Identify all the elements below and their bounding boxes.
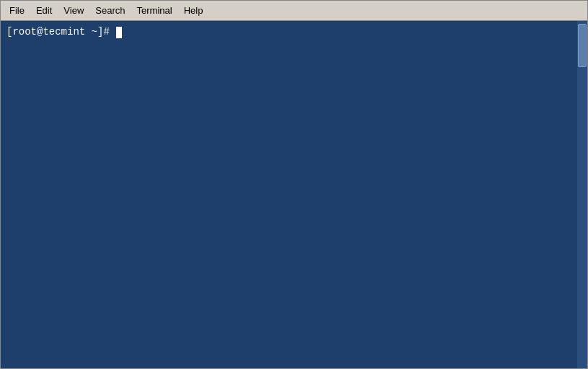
menu-help[interactable]: Help <box>178 3 209 18</box>
menu-search[interactable]: Search <box>89 3 131 18</box>
terminal-window: File Edit View Search Terminal Help [roo… <box>0 0 588 369</box>
menu-edit[interactable]: Edit <box>30 3 58 18</box>
terminal-body[interactable]: [root@tecmint ~]# <box>1 21 587 368</box>
scrollbar-thumb[interactable] <box>578 24 587 67</box>
menubar: File Edit View Search Terminal Help <box>1 1 587 21</box>
menu-view[interactable]: View <box>58 3 89 18</box>
terminal-prompt: [root@tecmint ~]# <box>6 25 115 40</box>
menu-terminal[interactable]: Terminal <box>131 3 178 18</box>
terminal-cursor <box>116 27 122 38</box>
menu-file[interactable]: File <box>4 3 30 18</box>
scrollbar[interactable] <box>577 21 587 368</box>
terminal-prompt-line: [root@tecmint ~]# <box>6 25 582 40</box>
